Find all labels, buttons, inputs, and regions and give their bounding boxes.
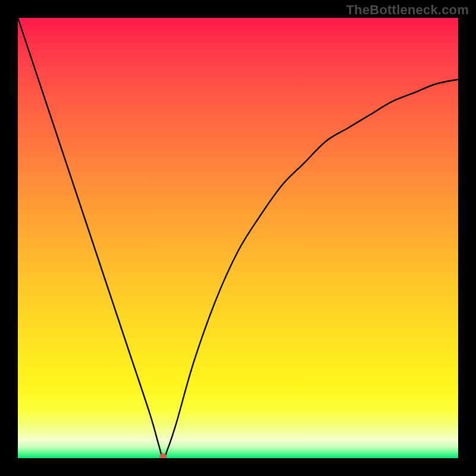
plot-area <box>18 18 458 458</box>
bottleneck-curve <box>18 18 458 458</box>
watermark-text: TheBottleneck.com <box>346 2 469 18</box>
chart-frame: TheBottleneck.com <box>0 0 476 476</box>
minimum-point-marker <box>159 453 167 458</box>
